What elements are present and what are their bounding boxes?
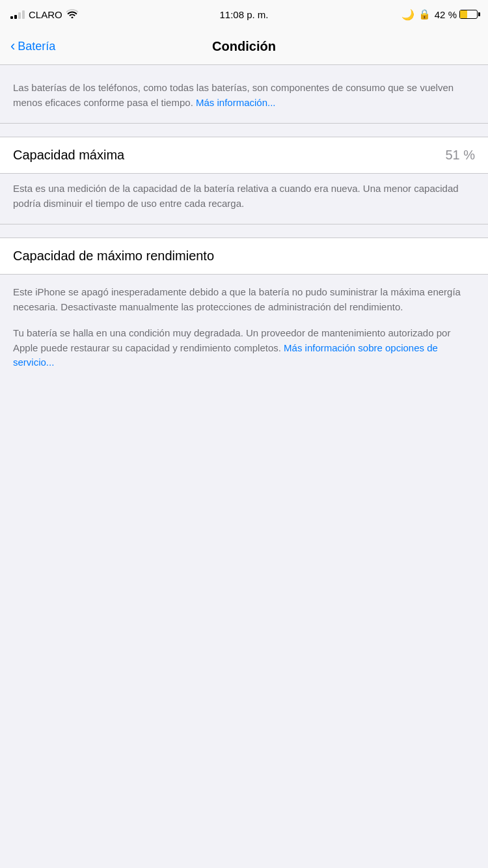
carrier-label: CLARO: [29, 9, 62, 20]
status-left: CLARO: [10, 9, 115, 20]
max-capacity-value: 51 %: [445, 148, 475, 163]
peak-performance-body2: Tu batería se halla en una condición muy…: [13, 326, 475, 370]
battery-container: 42 %: [435, 9, 478, 20]
do-not-disturb-icon: 🌙: [401, 8, 414, 21]
max-capacity-description-section: Esta es una medición de la capacidad de …: [0, 174, 488, 224]
status-right: 🌙 🔒 42 %: [373, 8, 478, 21]
status-time: 11:08 p. m.: [219, 9, 268, 20]
battery-percent: 42 %: [435, 9, 457, 20]
back-label: Batería: [18, 40, 55, 53]
signal-icon: [10, 10, 25, 19]
intro-section: Las baterías de los teléfonos, como toda…: [0, 65, 488, 124]
back-button[interactable]: ‹ Batería: [10, 40, 55, 53]
more-info-link[interactable]: Más información...: [196, 97, 276, 108]
intro-description: Las baterías de los teléfonos, como toda…: [13, 82, 454, 108]
bottom-padding: [0, 383, 488, 435]
peak-performance-body: Este iPhone se apagó inesperadamente deb…: [0, 275, 488, 383]
peak-performance-header: Capacidad de máximo rendimiento: [0, 237, 488, 275]
nav-bar: ‹ Batería Condición: [0, 29, 488, 65]
max-capacity-description: Esta es una medición de la capacidad de …: [13, 182, 475, 211]
status-bar: CLARO 11:08 p. m. 🌙 🔒 42 %: [0, 0, 488, 29]
rotation-lock-icon: 🔒: [418, 8, 431, 20]
max-capacity-row: Capacidad máxima 51 %: [0, 137, 488, 174]
battery-icon: [459, 10, 478, 19]
chevron-left-icon: ‹: [10, 39, 15, 53]
peak-performance-body1: Este iPhone se apagó inesperadamente deb…: [13, 285, 475, 314]
max-capacity-label: Capacidad máxima: [13, 148, 124, 163]
peak-performance-label: Capacidad de máximo rendimiento: [13, 249, 214, 263]
nav-title: Condición: [212, 39, 276, 54]
wifi-icon: [66, 9, 78, 20]
battery-fill: [460, 10, 467, 18]
content: Las baterías de los teléfonos, como toda…: [0, 65, 488, 435]
